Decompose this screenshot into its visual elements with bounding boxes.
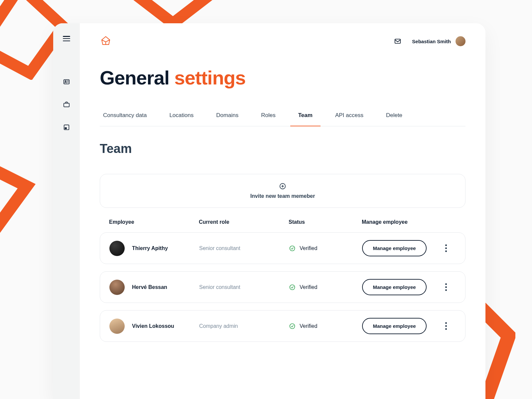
table-row: Vivien Lokossou Company admin Verified M… [100, 310, 466, 342]
table-header: Employee Current role Status Manage empl… [100, 219, 466, 225]
sidebar-item-profile[interactable] [63, 78, 70, 86]
avatar [456, 36, 466, 46]
svg-rect-0 [64, 80, 69, 84]
employee-role: Senior consultant [199, 245, 289, 251]
employee-name: Vivien Lokossou [132, 323, 174, 329]
more-options-button[interactable] [436, 244, 456, 252]
tab-locations[interactable]: Locations [158, 112, 205, 126]
col-employee: Employee [109, 219, 199, 225]
check-circle-icon [289, 323, 296, 330]
briefcase-icon [63, 101, 70, 108]
tab-consultancy-data[interactable]: Consultancy data [100, 112, 158, 126]
sidebar-item-calendar[interactable] [63, 123, 70, 131]
status-label: Verified [300, 284, 317, 290]
mail-icon [394, 38, 401, 45]
invite-member-button[interactable]: Invite new team memeber [100, 174, 466, 208]
col-status: Status [289, 219, 362, 225]
manage-employee-button[interactable]: Manage employee [362, 240, 427, 256]
logo [100, 35, 112, 47]
user-name-label: Sebastian Smith [412, 39, 451, 44]
tabs: Consultancy data Locations Domains Roles… [100, 112, 466, 126]
table-row: Hervé Bessan Senior consultant Verified … [100, 271, 466, 303]
tab-api-access[interactable]: API access [324, 112, 375, 126]
page-title: General settings [100, 66, 466, 89]
status-label: Verified [300, 323, 317, 329]
main-content: Sebastian Smith General settings Consult… [80, 23, 485, 399]
svg-point-8 [290, 285, 295, 290]
avatar [109, 280, 125, 295]
decorative-shape [0, 140, 47, 273]
svg-point-9 [290, 324, 295, 329]
plus-circle-icon [279, 183, 286, 190]
status-label: Verified [300, 245, 317, 251]
employee-role: Company admin [199, 323, 289, 329]
tab-delete[interactable]: Delete [375, 112, 414, 126]
mail-button[interactable] [394, 38, 401, 45]
section-title: Team [100, 142, 466, 156]
svg-point-1 [65, 80, 66, 82]
sidebar-item-briefcase[interactable] [63, 100, 70, 108]
table-row: Thierry Apithy Senior consultant Verifie… [100, 232, 466, 264]
tab-domains[interactable]: Domains [205, 112, 250, 126]
manage-employee-button[interactable]: Manage employee [362, 318, 427, 334]
invite-label: Invite new team memeber [250, 193, 315, 199]
menu-toggle-button[interactable] [63, 36, 70, 41]
svg-rect-4 [65, 128, 66, 129]
employee-name: Thierry Apithy [132, 245, 168, 251]
sidebar [53, 23, 80, 399]
tab-roles[interactable]: Roles [250, 112, 287, 126]
app-window: Sebastian Smith General settings Consult… [53, 23, 485, 399]
col-manage: Manage employee [362, 219, 436, 225]
manage-employee-button[interactable]: Manage employee [362, 279, 427, 295]
more-options-button[interactable] [436, 322, 456, 330]
check-circle-icon [289, 284, 296, 291]
employee-name: Hervé Bessan [132, 284, 167, 290]
topbar: Sebastian Smith [100, 35, 466, 47]
svg-rect-5 [395, 39, 401, 44]
col-role: Current role [199, 219, 289, 225]
tab-team[interactable]: Team [287, 112, 324, 126]
calendar-icon [63, 123, 70, 131]
user-menu[interactable]: Sebastian Smith [412, 36, 466, 46]
svg-rect-2 [64, 103, 69, 107]
more-options-button[interactable] [436, 283, 456, 291]
avatar [109, 319, 125, 334]
employee-role: Senior consultant [199, 284, 289, 290]
check-circle-icon [289, 245, 296, 252]
svg-point-7 [290, 246, 295, 251]
id-card-icon [63, 78, 70, 85]
avatar [109, 241, 125, 256]
